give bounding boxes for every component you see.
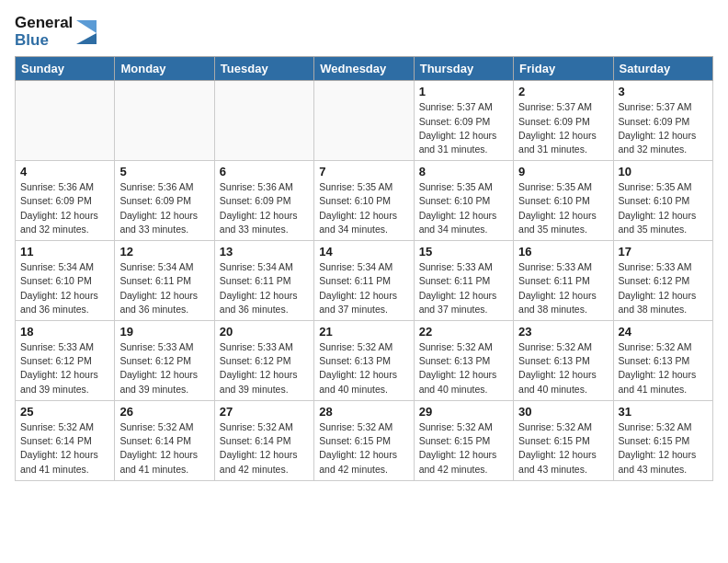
logo-text-blue: Blue [15,32,73,50]
day-info-line: Daylight: 12 hours [20,368,109,382]
day-number: 31 [619,405,708,419]
week-row-4: 18Sunrise: 5:33 AMSunset: 6:12 PMDayligh… [16,321,713,401]
day-info-line: Sunrise: 5:34 AM [20,260,109,274]
day-info-line: Sunrise: 5:33 AM [220,340,309,354]
header-wednesday: Wednesday [314,57,414,81]
day-info-line: Sunrise: 5:36 AM [20,180,109,194]
calendar-cell: 29Sunrise: 5:32 AMSunset: 6:15 PMDayligh… [414,400,513,480]
day-info: Sunrise: 5:32 AMSunset: 6:13 PMDaylight:… [518,340,608,396]
day-info-line: Daylight: 12 hours [619,448,708,462]
day-number: 22 [419,325,508,339]
day-number: 2 [518,85,608,98]
day-info-line: Sunrise: 5:34 AM [319,260,408,274]
day-number: 28 [319,405,408,419]
day-info-line: Sunrise: 5:37 AM [619,100,708,114]
day-info-line: Daylight: 12 hours [319,448,408,462]
day-info-line: Daylight: 12 hours [220,209,309,223]
week-row-2: 4Sunrise: 5:36 AMSunset: 6:09 PMDaylight… [16,161,713,241]
day-info-line: Daylight: 12 hours [319,209,408,223]
day-number: 26 [119,405,209,419]
svg-marker-0 [76,33,97,44]
day-info-line: Daylight: 12 hours [419,209,508,223]
day-info-line: and 40 minutes. [419,383,508,396]
day-info-line: and 37 minutes. [419,303,508,316]
day-number: 5 [119,165,209,178]
calendar-cell: 23Sunrise: 5:32 AMSunset: 6:13 PMDayligh… [514,321,613,401]
header-sunday: Sunday [16,57,115,81]
day-info-line: Daylight: 12 hours [20,448,109,462]
day-info-line: Sunset: 6:10 PM [20,274,109,288]
day-info-line: Sunset: 6:09 PM [20,194,109,208]
calendar-cell: 12Sunrise: 5:34 AMSunset: 6:11 PMDayligh… [115,241,214,321]
day-info: Sunrise: 5:33 AMSunset: 6:12 PMDaylight:… [119,340,209,396]
day-info: Sunrise: 5:37 AMSunset: 6:09 PMDaylight:… [619,100,708,156]
day-info-line: Sunrise: 5:36 AM [220,180,309,194]
day-info-line: Sunset: 6:09 PM [619,115,708,129]
calendar-cell: 15Sunrise: 5:33 AMSunset: 6:11 PMDayligh… [414,241,513,321]
calendar-header-row: SundayMondayTuesdayWednesdayThursdayFrid… [16,57,713,81]
day-info-line: Sunset: 6:13 PM [419,354,508,368]
day-info-line: Sunrise: 5:32 AM [518,340,608,354]
day-info-line: and 43 minutes. [518,463,608,477]
day-info-line: Sunset: 6:10 PM [419,194,508,208]
header-monday: Monday [115,57,214,81]
calendar-cell [16,81,115,161]
day-info-line: Daylight: 12 hours [220,289,309,303]
day-number: 13 [220,245,309,259]
day-info-line: and 33 minutes. [220,223,309,236]
day-info-line: Sunset: 6:12 PM [220,354,309,368]
day-number: 14 [319,245,408,259]
day-info: Sunrise: 5:34 AMSunset: 6:11 PMDaylight:… [119,260,209,316]
day-info-line: Daylight: 12 hours [619,209,708,223]
day-info-line: Sunset: 6:11 PM [518,274,608,288]
day-info-line: Sunset: 6:11 PM [119,274,209,288]
calendar-cell: 27Sunrise: 5:32 AMSunset: 6:14 PMDayligh… [214,400,313,480]
week-row-5: 25Sunrise: 5:32 AMSunset: 6:14 PMDayligh… [16,400,713,480]
day-info-line: Daylight: 12 hours [419,368,508,382]
day-number: 7 [319,165,408,178]
calendar-cell: 19Sunrise: 5:33 AMSunset: 6:12 PMDayligh… [115,321,214,401]
day-info-line: Daylight: 12 hours [518,209,608,223]
day-info-line: Sunrise: 5:35 AM [319,180,408,194]
day-info: Sunrise: 5:32 AMSunset: 6:13 PMDaylight:… [419,340,508,396]
week-row-3: 11Sunrise: 5:34 AMSunset: 6:10 PMDayligh… [16,241,713,321]
calendar-cell: 16Sunrise: 5:33 AMSunset: 6:11 PMDayligh… [514,241,613,321]
day-info-line: Sunset: 6:15 PM [319,434,408,448]
calendar-cell: 28Sunrise: 5:32 AMSunset: 6:15 PMDayligh… [314,400,414,480]
day-info-line: Sunrise: 5:34 AM [119,260,209,274]
day-number: 3 [619,85,708,98]
header-friday: Friday [514,57,613,81]
day-info: Sunrise: 5:34 AMSunset: 6:10 PMDaylight:… [20,260,109,316]
day-info-line: Sunset: 6:13 PM [619,354,708,368]
day-info-line: and 39 minutes. [20,383,109,396]
day-info-line: and 37 minutes. [319,303,408,316]
calendar-cell: 6Sunrise: 5:36 AMSunset: 6:09 PMDaylight… [214,161,313,241]
day-info-line: and 41 minutes. [619,383,708,396]
day-info-line: Sunrise: 5:34 AM [220,260,309,274]
day-info-line: Sunset: 6:10 PM [518,194,608,208]
calendar-body: 1Sunrise: 5:37 AMSunset: 6:09 PMDaylight… [16,81,713,480]
day-info: Sunrise: 5:35 AMSunset: 6:10 PMDaylight:… [419,180,508,236]
day-info-line: and 32 minutes. [619,143,708,156]
day-info-line: Daylight: 12 hours [119,209,209,223]
day-info-line: Sunrise: 5:32 AM [20,420,109,434]
calendar-cell: 14Sunrise: 5:34 AMSunset: 6:11 PMDayligh… [314,241,414,321]
day-info-line: and 40 minutes. [319,383,408,396]
calendar-cell: 1Sunrise: 5:37 AMSunset: 6:09 PMDaylight… [414,81,513,161]
day-info: Sunrise: 5:34 AMSunset: 6:11 PMDaylight:… [220,260,309,316]
day-info-line: Sunset: 6:14 PM [220,434,309,448]
day-number: 11 [20,245,109,259]
calendar-cell: 9Sunrise: 5:35 AMSunset: 6:10 PMDaylight… [514,161,613,241]
day-number: 27 [220,405,309,419]
day-info-line: Daylight: 12 hours [119,289,209,303]
day-info-line: and 42 minutes. [419,463,508,477]
day-info-line: and 34 minutes. [319,223,408,236]
day-info-line: Sunrise: 5:33 AM [518,260,608,274]
day-info-line: Sunset: 6:15 PM [419,434,508,448]
day-info-line: Sunrise: 5:32 AM [419,340,508,354]
calendar-cell: 30Sunrise: 5:32 AMSunset: 6:15 PMDayligh… [514,400,613,480]
calendar-cell: 13Sunrise: 5:34 AMSunset: 6:11 PMDayligh… [214,241,313,321]
day-info-line: Daylight: 12 hours [518,448,608,462]
day-number: 4 [20,165,109,178]
day-info: Sunrise: 5:32 AMSunset: 6:15 PMDaylight:… [319,420,408,477]
